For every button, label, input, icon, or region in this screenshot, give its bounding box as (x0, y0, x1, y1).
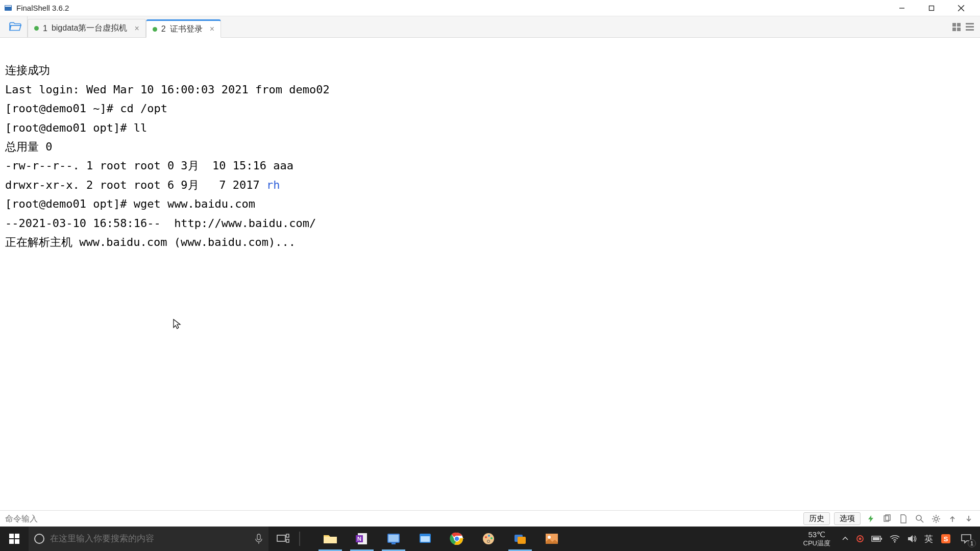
svg-line-9 (921, 520, 923, 522)
open-folder-button[interactable] (3, 16, 28, 37)
status-dot-icon (34, 26, 39, 31)
svg-rect-18 (286, 534, 289, 537)
svg-rect-14 (15, 539, 19, 544)
chevron-up-icon[interactable] (842, 535, 849, 542)
paint-icon[interactable] (473, 527, 504, 551)
edge-icon[interactable] (409, 527, 441, 551)
notification-icon[interactable]: 1 (959, 531, 974, 546)
svg-text:S: S (944, 535, 948, 543)
cpu-temp[interactable]: 53℃ CPU温度 (803, 530, 830, 547)
tab-index: 1 (43, 24, 47, 33)
sogou-icon[interactable]: S (940, 533, 951, 544)
svg-rect-20 (324, 537, 337, 543)
tab-1[interactable]: 1 bigdata第一台虚拟机 × (28, 19, 146, 37)
tab-2[interactable]: 2 证书登录 × (146, 19, 221, 38)
app-icon (4, 4, 12, 12)
svg-point-40 (548, 536, 551, 539)
bolt-icon[interactable] (865, 513, 877, 525)
status-dot-icon (153, 27, 157, 32)
notification-badge: 1 (968, 539, 976, 547)
taskbar-search[interactable] (29, 527, 268, 551)
volume-icon[interactable] (907, 534, 917, 543)
terminal-line: 正在解析主机 www.baidu.com (www.baidu.com)... (5, 236, 296, 248)
terminal-line: Last login: Wed Mar 10 16:00:03 2021 fro… (5, 83, 330, 96)
svg-point-15 (35, 534, 44, 543)
svg-rect-12 (15, 534, 19, 538)
tab-label: 证书登录 (170, 24, 203, 35)
svg-rect-11 (9, 534, 14, 538)
svg-text:N: N (357, 536, 361, 542)
svg-rect-1 (5, 6, 11, 7)
battery-icon[interactable] (871, 535, 883, 542)
terminal-line: --2021-03-10 16:58:16-- http://www.baidu… (5, 217, 316, 230)
close-button[interactable] (946, 0, 976, 16)
terminal-line: 连接成功 (5, 64, 50, 77)
onenote-icon[interactable]: N (346, 527, 378, 551)
svg-rect-3 (929, 6, 934, 10)
upload-icon[interactable] (946, 513, 959, 525)
window-title: FinalShell 3.6.2 (16, 4, 69, 12)
terminal-line: -rw-r--r--. 1 root root 0 3月 10 15:16 aa… (5, 159, 293, 172)
image-viewer-icon[interactable] (536, 527, 568, 551)
titlebar: FinalShell 3.6.2 (0, 0, 980, 16)
tabbar: 1 bigdata第一台虚拟机 × 2 证书登录 × (0, 16, 980, 38)
terminal-line: [root@demo01 opt]# wget www.baidu.com (5, 197, 255, 210)
svg-rect-38 (518, 537, 526, 544)
terminal-line: drwxr-xr-x. 2 root root 6 9月 7 2017 rh (5, 179, 280, 191)
svg-point-34 (488, 535, 490, 537)
svg-point-46 (894, 541, 896, 543)
divider (299, 532, 300, 546)
file-icon[interactable] (897, 513, 910, 525)
command-bar: 历史 选项 (0, 510, 980, 527)
windows-taskbar: N 53℃ CPU温度 (0, 527, 980, 551)
ime-indicator[interactable]: 英 (924, 533, 933, 545)
download-icon[interactable] (963, 513, 975, 525)
mouse-cursor-icon (173, 318, 182, 330)
record-icon[interactable] (856, 535, 864, 543)
close-tab-icon[interactable]: × (210, 24, 214, 34)
svg-point-10 (935, 517, 938, 520)
svg-rect-19 (286, 539, 289, 542)
chrome-icon[interactable] (441, 527, 473, 551)
svg-rect-13 (9, 539, 14, 544)
list-view-icon[interactable] (965, 22, 975, 32)
minimize-button[interactable] (887, 0, 917, 16)
directory-link: rh (266, 179, 280, 191)
terminal-line: [root@demo01 opt]# ll (5, 121, 147, 134)
search-icon[interactable] (914, 513, 926, 525)
file-explorer-icon[interactable] (314, 527, 346, 551)
wifi-icon[interactable] (890, 535, 900, 543)
terminal-line: 总用量 0 (5, 140, 53, 153)
history-button[interactable]: 历史 (803, 512, 830, 525)
svg-point-35 (491, 537, 493, 539)
grid-view-icon[interactable] (951, 22, 962, 32)
copy-icon[interactable] (881, 513, 893, 525)
cortana-icon (34, 533, 45, 544)
svg-rect-16 (257, 534, 260, 540)
task-view-button[interactable] (268, 527, 297, 551)
svg-rect-26 (391, 543, 396, 544)
terminal-output[interactable]: 连接成功 Last login: Wed Mar 10 16:00:03 202… (0, 38, 980, 510)
gear-icon[interactable] (930, 513, 942, 525)
svg-point-33 (485, 536, 487, 538)
close-tab-icon[interactable]: × (134, 24, 139, 33)
taskbar-search-input[interactable] (50, 534, 249, 544)
svg-point-36 (487, 540, 490, 543)
svg-point-8 (916, 515, 921, 520)
tab-label: bigdata第一台虚拟机 (52, 23, 128, 34)
command-input[interactable] (5, 514, 803, 523)
vmware-icon[interactable] (504, 527, 536, 551)
svg-rect-25 (388, 535, 399, 542)
svg-rect-45 (873, 537, 879, 540)
microphone-icon[interactable] (254, 533, 263, 544)
start-button[interactable] (0, 527, 29, 551)
tab-index: 2 (161, 24, 166, 34)
options-button[interactable]: 选项 (834, 512, 861, 525)
terminal-line: [root@demo01 ~]# cd /opt (5, 102, 167, 115)
svg-point-42 (859, 538, 862, 540)
svg-rect-44 (881, 538, 882, 540)
finalshell-app-icon[interactable] (378, 527, 409, 551)
svg-rect-28 (421, 536, 430, 542)
maximize-button[interactable] (917, 0, 946, 16)
svg-rect-17 (277, 535, 285, 541)
